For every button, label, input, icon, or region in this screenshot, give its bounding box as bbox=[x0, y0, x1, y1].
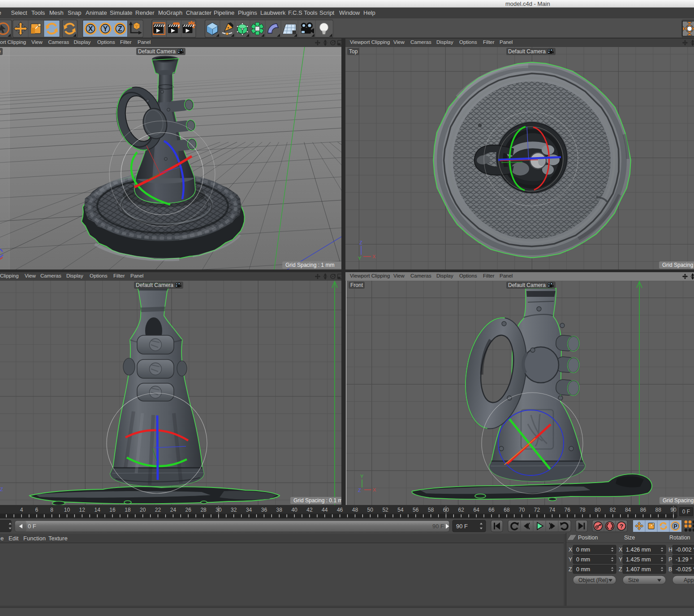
svg-text:82: 82 bbox=[610, 507, 616, 513]
svg-text:70: 70 bbox=[519, 507, 525, 513]
svg-text:0 mm: 0 mm bbox=[576, 566, 590, 573]
svg-text:22: 22 bbox=[155, 507, 161, 513]
svg-text:80: 80 bbox=[595, 507, 601, 513]
svg-text:72: 72 bbox=[534, 507, 540, 513]
svg-text:Z: Z bbox=[569, 566, 572, 573]
svg-text:14: 14 bbox=[95, 507, 101, 513]
svg-text:52: 52 bbox=[382, 507, 388, 513]
svg-text:Size: Size bbox=[628, 577, 639, 583]
svg-text:?: ? bbox=[620, 523, 623, 530]
svg-text:0 mm: 0 mm bbox=[576, 556, 590, 563]
svg-text:Y: Y bbox=[358, 256, 362, 261]
svg-text:90 F: 90 F bbox=[456, 523, 468, 530]
svg-text:38: 38 bbox=[276, 507, 283, 513]
svg-text:90 F: 90 F bbox=[432, 523, 444, 530]
svg-text:10: 10 bbox=[64, 507, 70, 513]
svg-text:Y: Y bbox=[103, 25, 108, 33]
svg-text:66: 66 bbox=[488, 507, 495, 513]
svg-text:48: 48 bbox=[352, 507, 358, 513]
svg-text:Z: Z bbox=[359, 240, 362, 245]
svg-text:Z: Z bbox=[118, 25, 122, 33]
svg-text:46: 46 bbox=[337, 507, 343, 513]
svg-text:Object (Rel): Object (Rel) bbox=[578, 577, 608, 583]
svg-text:P: P bbox=[668, 556, 672, 563]
svg-text:Rotation: Rotation bbox=[669, 535, 690, 541]
svg-text:Y: Y bbox=[360, 474, 364, 479]
svg-text:0 mm: 0 mm bbox=[576, 547, 590, 553]
svg-text:88: 88 bbox=[655, 507, 662, 513]
svg-text:6: 6 bbox=[35, 507, 38, 513]
svg-text:18: 18 bbox=[125, 507, 131, 513]
svg-text:36: 36 bbox=[261, 507, 267, 513]
svg-text:X: X bbox=[619, 547, 623, 553]
svg-text:16: 16 bbox=[109, 507, 116, 513]
svg-text:1.425 mm: 1.425 mm bbox=[626, 556, 651, 563]
svg-text:Z: Z bbox=[619, 566, 622, 573]
svg-text:74: 74 bbox=[549, 507, 556, 513]
svg-text:76: 76 bbox=[565, 507, 571, 513]
svg-text:X: X bbox=[88, 25, 93, 33]
svg-text:X: X bbox=[569, 547, 573, 553]
svg-text:Appl: Appl bbox=[684, 577, 694, 583]
svg-text:44: 44 bbox=[322, 507, 328, 513]
svg-text:54: 54 bbox=[397, 507, 404, 513]
svg-text:-0.002 °: -0.002 ° bbox=[676, 547, 694, 553]
svg-text:Position: Position bbox=[578, 535, 598, 541]
svg-text:X: X bbox=[373, 487, 376, 492]
svg-text:32: 32 bbox=[231, 507, 237, 513]
svg-text:24: 24 bbox=[170, 507, 177, 513]
svg-text:50: 50 bbox=[367, 507, 374, 513]
svg-text:40: 40 bbox=[291, 507, 297, 513]
svg-text:26: 26 bbox=[185, 507, 192, 513]
svg-text:P: P bbox=[673, 523, 677, 530]
svg-text:-1.29 °: -1.29 ° bbox=[676, 556, 692, 563]
svg-text:58: 58 bbox=[428, 507, 434, 513]
svg-text:28: 28 bbox=[200, 507, 207, 513]
svg-text:42: 42 bbox=[306, 507, 313, 513]
svg-text:Z: Z bbox=[358, 488, 361, 493]
svg-text:X: X bbox=[372, 254, 376, 259]
svg-text:8: 8 bbox=[50, 507, 53, 513]
svg-text:34: 34 bbox=[246, 507, 252, 513]
svg-text:1.407 mm: 1.407 mm bbox=[626, 566, 651, 573]
svg-text:78: 78 bbox=[579, 507, 586, 513]
svg-text:64: 64 bbox=[474, 507, 480, 513]
svg-text:84: 84 bbox=[625, 507, 631, 513]
svg-text:62: 62 bbox=[458, 507, 465, 513]
svg-text:56: 56 bbox=[413, 507, 419, 513]
svg-text:4: 4 bbox=[20, 507, 23, 513]
svg-text:Y: Y bbox=[619, 556, 623, 563]
svg-text:B: B bbox=[668, 566, 672, 573]
svg-text:-0.025 °: -0.025 ° bbox=[676, 566, 694, 573]
svg-text:0 F: 0 F bbox=[28, 523, 36, 530]
svg-text:Y: Y bbox=[569, 556, 573, 563]
svg-text:H: H bbox=[668, 547, 672, 553]
svg-text:68: 68 bbox=[504, 507, 510, 513]
svg-text:Size: Size bbox=[624, 535, 635, 541]
svg-text:12: 12 bbox=[79, 507, 86, 513]
svg-text:Z: Z bbox=[0, 487, 3, 492]
svg-text:20: 20 bbox=[140, 507, 146, 513]
svg-text:86: 86 bbox=[640, 507, 647, 513]
svg-text:1.426 mm: 1.426 mm bbox=[626, 547, 651, 553]
